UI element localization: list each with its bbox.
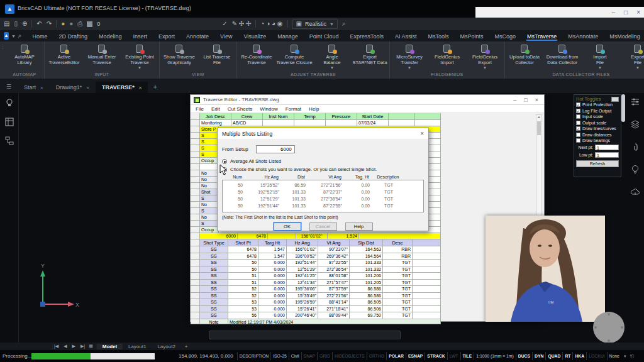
- table-cell[interactable]: Desc: [383, 239, 413, 246]
- open-icon[interactable]: ⊕: [22, 19, 27, 28]
- table-cell[interactable]: Shot Type: [200, 239, 228, 246]
- table-cell[interactable]: Slp Dist: [350, 239, 383, 246]
- print-icon[interactable]: ⎙: [77, 19, 82, 28]
- table-cell[interactable]: [191, 120, 200, 126]
- table-cell[interactable]: [191, 113, 200, 120]
- bricscad-small-logo-icon[interactable]: ▲: [4, 32, 9, 40]
- table-cell[interactable]: SS: [200, 260, 228, 266]
- table-cell[interactable]: SS: [200, 312, 228, 319]
- table-cell[interactable]: Vt Ang: [318, 239, 350, 246]
- ribbon-button-fieldgenius[interactable]: FieldGenius Import: [429, 43, 465, 65]
- table-cell[interactable]: [191, 306, 200, 313]
- status-grid[interactable]: GRID: [317, 352, 332, 360]
- toggle-point-protection[interactable]: ✓Point Protection: [576, 102, 619, 108]
- table-cell[interactable]: [191, 145, 200, 151]
- table-cell[interactable]: 88°01'58": [318, 273, 350, 280]
- shots-list[interactable]: 5015°35'52"86.59272°21'56"0.00TGT50192°5…: [222, 180, 424, 212]
- table-cell[interactable]: 15°35'49": [287, 293, 318, 300]
- table-cell[interactable]: 15°26'41": [287, 306, 318, 313]
- editor-maximize-button[interactable]: □: [524, 97, 527, 103]
- tab-close-icon[interactable]: ×: [40, 85, 43, 90]
- table-cell[interactable]: 12°51'29": [287, 266, 318, 273]
- ribbon-tab-visualize[interactable]: Visualize: [238, 31, 272, 41]
- table-cell[interactable]: 101.205: [350, 280, 383, 287]
- table-cell[interactable]: S: [200, 208, 219, 214]
- table-cell[interactable]: 272°21'56": [318, 293, 350, 300]
- ribbon-button-microsurvey[interactable]: MicroSurvey Transfer▼: [391, 43, 428, 70]
- table-cell[interactable]: 12°41'34": [287, 280, 318, 287]
- table-cell[interactable]: S: [200, 139, 219, 145]
- table-cell[interactable]: [191, 164, 200, 170]
- table-cell[interactable]: 86.586: [350, 293, 383, 300]
- table-cell[interactable]: No: [200, 183, 219, 189]
- table-cell[interactable]: 0.000: [258, 306, 287, 313]
- table-cell[interactable]: [413, 273, 441, 280]
- status-civil[interactable]: Civil: [289, 352, 301, 360]
- table-cell[interactable]: 52: [228, 293, 258, 300]
- table-cell[interactable]: [191, 280, 200, 287]
- tab-close-icon[interactable]: ×: [86, 85, 89, 90]
- lightbulb-on-icon[interactable]: ●: [61, 19, 65, 28]
- ribbon-tab-manage[interactable]: Manage: [272, 31, 304, 41]
- table-cell[interactable]: 86.506: [350, 306, 383, 313]
- editor-minimize-button[interactable]: –: [513, 97, 516, 103]
- table-cell[interactable]: 87°37'59": [318, 286, 350, 293]
- table-cell[interactable]: [415, 120, 441, 126]
- table-cell[interactable]: [191, 177, 200, 183]
- ribbon-button-re-coordinate[interactable]: Re-Coordinate Traverse: [238, 43, 275, 65]
- toggle-output-scale[interactable]: Output scale: [576, 120, 619, 126]
- shots-list-row[interactable]: 50192°52'15"101.3387°22'37"0.00TGT: [223, 189, 423, 195]
- table-cell[interactable]: 52: [228, 286, 258, 293]
- ribbon-button-export[interactable]: Export File▼: [619, 43, 644, 70]
- table-cell[interactable]: 1.547: [258, 246, 287, 253]
- table-cell[interactable]: 195°26'59": [287, 299, 318, 306]
- ribbon-tab-mstraverse[interactable]: MsTraverse: [521, 31, 562, 41]
- menu-file[interactable]: File: [196, 106, 204, 112]
- status-ducs[interactable]: DUCS: [516, 352, 532, 360]
- table-cell[interactable]: [191, 202, 200, 208]
- table-cell[interactable]: [191, 312, 200, 319]
- table-cell[interactable]: 271°57'47": [318, 280, 350, 287]
- checkbox-icon[interactable]: [576, 114, 580, 119]
- table-cell[interactable]: 0.000: [258, 273, 287, 280]
- status-hka[interactable]: HKA: [572, 352, 586, 360]
- table-cell[interactable]: [191, 139, 200, 145]
- table-cell[interactable]: 51: [228, 273, 258, 280]
- table-cell[interactable]: TGT: [383, 312, 413, 319]
- maximize-button[interactable]: □: [624, 9, 628, 16]
- table-cell[interactable]: 56: [228, 312, 258, 319]
- status-note-icon[interactable]: ⎗: [630, 353, 634, 359]
- search-icon[interactable]: ⌕: [342, 19, 346, 28]
- visual-style-dropdown[interactable]: ▣ Realistic ▼: [292, 19, 338, 29]
- table-cell[interactable]: S: [200, 195, 219, 202]
- table-cell[interactable]: 272°36'54": [318, 266, 350, 273]
- table-cell[interactable]: 6478: [228, 253, 258, 260]
- table-cell[interactable]: Monitoring: [200, 120, 231, 126]
- table-cell[interactable]: S: [200, 133, 219, 139]
- table-cell[interactable]: Hz Ang: [287, 239, 318, 246]
- table-cell[interactable]: SS: [200, 299, 228, 306]
- status-none[interactable]: None: [607, 352, 621, 360]
- table-cell[interactable]: Modified 12:19:07 PM 4/03/2024: [228, 319, 441, 324]
- table-cell[interactable]: TGT: [383, 280, 413, 287]
- table-cell[interactable]: [191, 286, 200, 293]
- low-pt-field[interactable]: 1: [595, 152, 619, 158]
- table-cell[interactable]: 269°36'42": [318, 253, 350, 260]
- table-cell[interactable]: TGT: [383, 306, 413, 313]
- table-cell[interactable]: [191, 233, 200, 239]
- table-cell[interactable]: [191, 214, 200, 221]
- table-cell[interactable]: SS: [200, 280, 228, 287]
- ribbon-tab-annotate[interactable]: Annotate: [180, 31, 214, 41]
- table-cell[interactable]: 50: [228, 260, 258, 266]
- table-cell[interactable]: S: [200, 221, 219, 227]
- table-cell[interactable]: SS: [200, 293, 228, 300]
- table-cell[interactable]: Shot Pt: [228, 239, 258, 246]
- table-cell[interactable]: [413, 312, 441, 319]
- table-cell[interactable]: [191, 253, 200, 260]
- table-cell[interactable]: [191, 246, 200, 253]
- ribbon-tab-msannotate[interactable]: MsAnnotate: [562, 31, 604, 41]
- cloud-icon[interactable]: [630, 187, 640, 197]
- table-cell[interactable]: 192°51'44": [287, 260, 318, 266]
- dialog-titlebar[interactable]: Multiple Shots Listing ×: [218, 128, 428, 139]
- status-rt[interactable]: RT: [562, 352, 572, 360]
